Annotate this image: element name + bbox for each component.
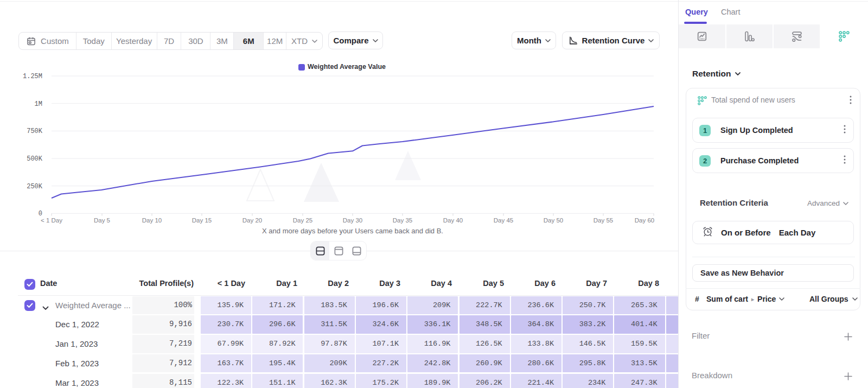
svg-text:< 1 Day: < 1 Day <box>41 217 62 224</box>
svg-text:250K: 250K <box>27 183 43 190</box>
svg-text:Day 35: Day 35 <box>393 217 412 224</box>
svg-text:Day 40: Day 40 <box>443 217 463 224</box>
svg-text:Day 55: Day 55 <box>593 217 613 224</box>
svg-text:Day 45: Day 45 <box>494 217 513 224</box>
svg-text:1M: 1M <box>35 100 42 108</box>
svg-text:Day 10: Day 10 <box>142 217 162 224</box>
svg-text:Day 50: Day 50 <box>544 217 563 224</box>
svg-text:Day 15: Day 15 <box>192 217 212 224</box>
svg-text:Day 30: Day 30 <box>343 217 362 224</box>
svg-text:1.25M: 1.25M <box>23 73 42 80</box>
svg-text:Day 25: Day 25 <box>293 217 312 224</box>
svg-text:Day 20: Day 20 <box>242 217 262 224</box>
svg-text:Day 5: Day 5 <box>94 217 110 224</box>
svg-text:750K: 750K <box>27 128 43 135</box>
svg-text:Day 60: Day 60 <box>635 217 654 224</box>
svg-text:500K: 500K <box>27 155 43 163</box>
